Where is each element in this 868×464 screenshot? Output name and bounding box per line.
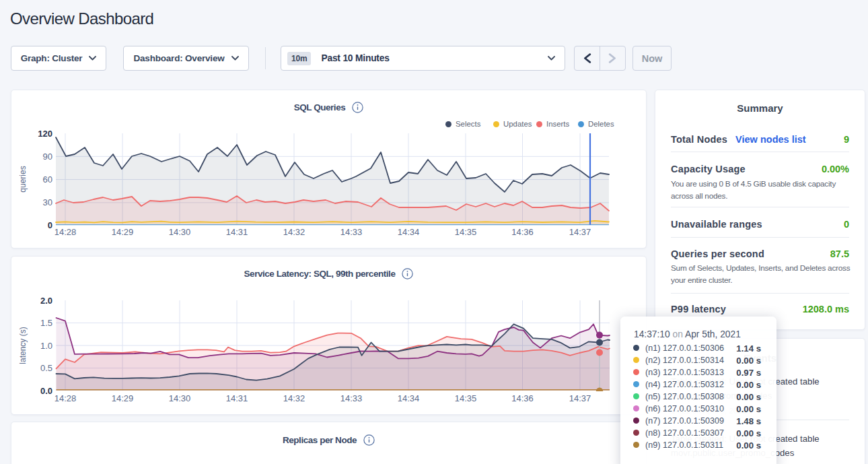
svg-text:2.0: 2.0 [40,296,52,306]
svg-text:14:34: 14:34 [398,227,420,237]
svg-text:14:33: 14:33 [340,227,363,237]
svg-text:120: 120 [38,129,52,139]
svg-text:90: 90 [43,152,52,162]
svg-text:14:32: 14:32 [283,227,305,237]
svg-text:14:29: 14:29 [112,393,134,403]
svg-text:14:29: 14:29 [112,227,134,237]
svg-text:1.0: 1.0 [40,341,52,351]
svg-text:14:32: 14:32 [283,393,305,403]
svg-text:14:30: 14:30 [169,393,191,403]
svg-text:1.5: 1.5 [40,318,52,328]
svg-text:14:37: 14:37 [569,393,591,403]
svg-text:14:33: 14:33 [340,393,363,403]
svg-text:queries: queries [18,166,28,192]
svg-text:14:36: 14:36 [511,227,534,237]
svg-text:14:28: 14:28 [55,393,77,403]
svg-text:0.0: 0.0 [40,386,52,396]
svg-text:0: 0 [48,220,52,230]
svg-text:14:30: 14:30 [169,227,191,237]
svg-text:60: 60 [43,174,52,185]
svg-text:14:34: 14:34 [398,393,420,403]
svg-text:14:31: 14:31 [226,227,248,237]
svg-text:14:31: 14:31 [226,393,248,403]
svg-text:14:28: 14:28 [55,227,77,237]
svg-text:30: 30 [43,197,52,207]
svg-text:14:35: 14:35 [455,227,477,237]
svg-text:14:36: 14:36 [511,393,534,403]
svg-text:14:37: 14:37 [569,227,591,237]
svg-text:14:35: 14:35 [455,393,477,403]
svg-text:latency (s): latency (s) [18,327,28,364]
svg-text:0.5: 0.5 [40,363,52,373]
